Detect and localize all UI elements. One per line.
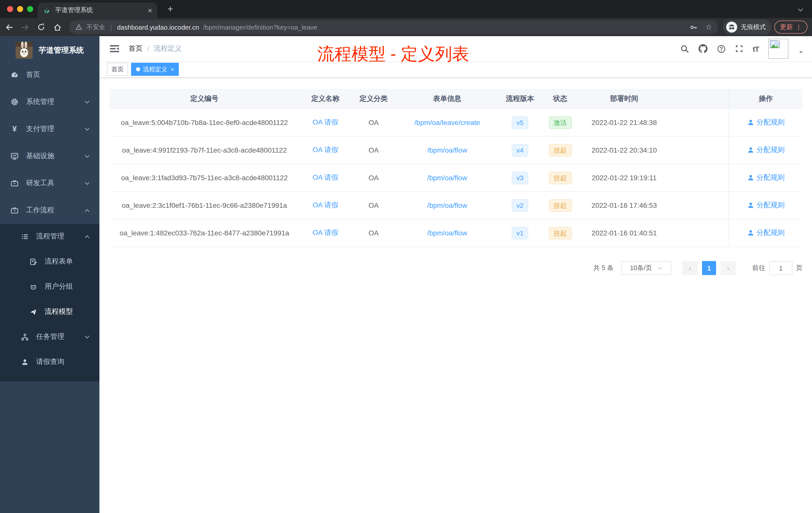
sidebar-item-home[interactable]: 首页 — [0, 61, 99, 88]
home-button[interactable] — [50, 20, 64, 34]
form-info-link[interactable]: /bpm/oa/flow — [427, 229, 467, 237]
assign-rule-button[interactable]: 分配规则 — [747, 118, 785, 127]
user-avatar-broken-image[interactable] — [768, 39, 788, 59]
definition-id: oa_leave:3:1fad3d93-7b75-11ec-a3c8-acde4… — [110, 174, 299, 182]
user-menu-caret-icon[interactable] — [798, 49, 804, 55]
incognito-label: 无痕模式 — [741, 23, 766, 31]
deploy-time: 2022-01-16 01:40:51 — [579, 229, 669, 237]
prev-page-button[interactable]: ‹ — [683, 261, 697, 275]
goto-page-input[interactable] — [769, 261, 792, 275]
form-info-link[interactable]: /bpm/oa/leave/create — [414, 118, 480, 126]
tag-process-definition[interactable]: 流程定义 × — [131, 63, 179, 76]
page-size-select[interactable]: 10条/页 — [621, 261, 671, 275]
sidebar-item-workflow[interactable]: 工作流程 — [0, 197, 99, 224]
sidebar-logo[interactable]: 芋道管理系统 — [0, 39, 99, 61]
breadcrumb: 首页 / 流程定义 — [128, 44, 182, 53]
sidebar-item-task-management[interactable]: 任务管理 — [0, 324, 99, 350]
version-badge: v1 — [512, 227, 528, 239]
goto-label: 前往 — [752, 264, 765, 273]
breadcrumb-home[interactable]: 首页 — [128, 44, 143, 53]
sidebar-item-system[interactable]: 系统管理 — [0, 88, 99, 116]
tag-home[interactable]: 首页 — [107, 63, 128, 76]
zoom-window-button[interactable] — [27, 6, 33, 12]
assign-rule-button[interactable]: 分配规则 — [747, 146, 785, 155]
definition-name-link[interactable]: OA 请假 — [313, 229, 339, 236]
version-badge: v4 — [512, 144, 528, 156]
password-key-icon[interactable] — [690, 23, 697, 31]
col-status: 状态 — [541, 94, 579, 103]
col-deploy-time: 部署时间 — [579, 94, 669, 103]
current-page-button[interactable]: 1 — [702, 261, 716, 275]
status-badge: 挂起 — [549, 199, 572, 212]
user-icon — [747, 230, 754, 236]
sidebar-item-dev-tools[interactable]: 研发工具 — [0, 170, 99, 197]
col-form-info: 表单信息 — [396, 94, 499, 103]
url-path[interactable]: /bpm/manager/definition?key=oa_leave — [203, 23, 317, 31]
table-row: oa_leave:3:1fad3d93-7b75-11ec-a3c8-acde4… — [110, 164, 803, 192]
version-badge: v3 — [512, 172, 528, 184]
status-badge: 挂起 — [549, 144, 572, 156]
tab-search-chevron-icon[interactable] — [797, 6, 804, 13]
sidebar-item-process-form[interactable]: 流程表单 — [0, 249, 99, 274]
definition-id: oa_leave:4:991f2193-7b7f-11ec-a3c8-acde4… — [110, 146, 299, 154]
definition-id: oa_leave:1:482ec033-762a-11ec-8477-a2380… — [110, 229, 299, 237]
definition-name-link[interactable]: OA 请假 — [313, 201, 339, 209]
table-header-row: 定义编号 定义名称 定义分类 表单信息 流程版本 状态 部署时间 操作 — [110, 89, 803, 109]
search-icon[interactable] — [680, 44, 689, 53]
new-tab-button[interactable]: + — [164, 3, 176, 15]
sidebar-item-user-group[interactable]: 用户分组 — [0, 274, 99, 299]
list-settings-icon — [20, 233, 29, 240]
form-info-link[interactable]: /bpm/oa/flow — [427, 201, 467, 209]
chevron-down-icon — [84, 334, 90, 340]
monitor-icon — [10, 152, 19, 160]
user-icon — [747, 202, 754, 209]
form-info-link[interactable]: /bpm/oa/flow — [427, 174, 467, 182]
form-info-link[interactable]: /bpm/oa/flow — [427, 146, 467, 154]
forward-button[interactable] — [18, 20, 32, 34]
screen: 芋道管理系统 × + 不安全 | dashboard.yudao.iocoder… — [0, 0, 812, 513]
sidebar-item-infrastructure[interactable]: 基础设施 — [0, 143, 99, 170]
assign-rule-button[interactable]: 分配规则 — [747, 229, 785, 237]
sidebar-item-process-management[interactable]: 流程管理 — [0, 224, 99, 249]
select-chevron-icon — [657, 265, 663, 271]
assign-rule-button[interactable]: 分配规则 — [747, 173, 785, 182]
form-edit-icon — [29, 258, 38, 265]
incognito-icon — [728, 24, 735, 31]
back-button[interactable] — [2, 20, 16, 34]
next-page-button[interactable]: › — [721, 261, 736, 275]
font-size-icon[interactable]: tT — [753, 44, 759, 53]
address-bar[interactable]: 不安全 | dashboard.yudao.iocoder.cn/bpm/man… — [69, 20, 718, 34]
user-icon — [747, 119, 754, 126]
user-icon — [747, 147, 754, 154]
dashboard-icon — [10, 71, 19, 79]
definition-id: oa_leave:2:3c1f0ef1-76b1-11ec-9c66-a2380… — [110, 201, 299, 209]
col-definition-category: 定义分类 — [351, 94, 396, 103]
help-icon[interactable] — [717, 44, 726, 53]
browser-tab[interactable]: 芋道管理系统 × — [38, 2, 157, 18]
github-icon[interactable] — [698, 44, 707, 53]
definition-name-link[interactable]: OA 请假 — [313, 173, 339, 181]
sidebar-item-leave-query[interactable]: 请假查询 — [0, 350, 99, 374]
fullscreen-icon[interactable] — [735, 45, 743, 53]
chevron-down-icon — [84, 153, 90, 159]
definition-name-link[interactable]: OA 请假 — [313, 146, 339, 154]
definition-name-link[interactable]: OA 请假 — [313, 118, 339, 126]
security-label[interactable]: 不安全 — [86, 23, 105, 31]
assign-rule-button[interactable]: 分配规则 — [747, 201, 785, 210]
sidebar-item-process-model[interactable]: 流程模型 — [0, 299, 99, 324]
reload-button[interactable] — [34, 20, 48, 34]
close-window-button[interactable] — [7, 6, 13, 12]
chrome-update-button[interactable]: 更新 — [774, 21, 808, 34]
version-badge: v2 — [512, 199, 528, 212]
version-badge: v5 — [512, 116, 528, 129]
window-controls[interactable] — [7, 6, 33, 12]
minimize-window-button[interactable] — [17, 6, 23, 12]
tag-close-icon[interactable]: × — [171, 66, 174, 72]
deploy-time: 2022-01-16 17:46:53 — [579, 201, 669, 209]
tab-close-icon[interactable]: × — [148, 6, 152, 14]
bookmark-star-icon[interactable]: ☆ — [705, 23, 712, 32]
sidebar-item-payment[interactable]: ¥ 支付管理 — [0, 116, 99, 143]
definition-category: OA — [351, 174, 396, 182]
sidebar-collapse-icon[interactable] — [110, 44, 119, 53]
url-host[interactable]: dashboard.yudao.iocoder.cn — [117, 23, 199, 31]
